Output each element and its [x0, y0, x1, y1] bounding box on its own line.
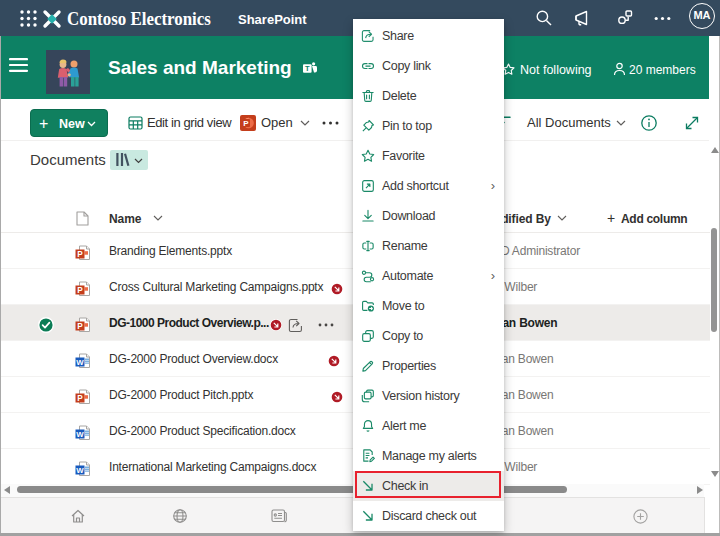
- svg-text:P: P: [243, 119, 249, 128]
- svg-text:T: T: [305, 64, 310, 73]
